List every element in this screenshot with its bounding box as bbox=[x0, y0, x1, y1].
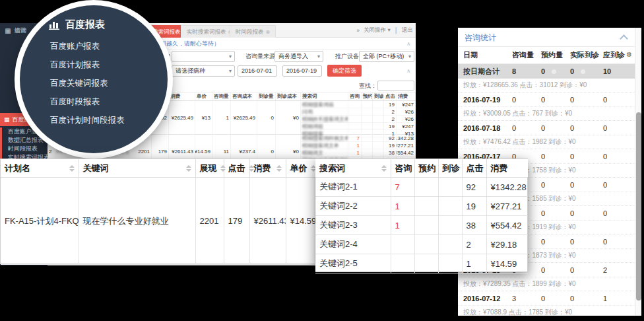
panel-title: 咨询统计 bbox=[465, 32, 496, 44]
sort-icon[interactable] bbox=[69, 165, 75, 172]
reserve-cell bbox=[414, 216, 438, 235]
actual-cell: 0 bbox=[570, 295, 603, 303]
reserve-cell bbox=[362, 116, 373, 122]
consult-source-select[interactable]: 商务通导入▾ bbox=[274, 51, 323, 62]
col-consult[interactable]: 咨询 bbox=[391, 159, 414, 178]
table-row[interactable]: 关键词2-3 1 38 ¥554.42 bbox=[315, 216, 528, 235]
col-clicks[interactable]: 点击 bbox=[224, 159, 249, 178]
device-select[interactable]: 全部 (PC+移动)▾ bbox=[359, 51, 414, 62]
table-row[interactable]: 关键词2-4 2 ¥29.18 bbox=[315, 235, 528, 254]
table-row[interactable]: 关键词2-1 7 92 ¥1342.28 bbox=[315, 178, 528, 197]
stats-date-row[interactable]: 2016-07-19 0 0 0 0 bbox=[458, 92, 635, 107]
impressions-cell: 2201 bbox=[195, 178, 224, 265]
zoom-table-plan: 计划名 关键词 展现 点击 消费 单价 FK-A15-计划4-FKQT 现在学什… bbox=[0, 159, 315, 264]
summary-actual: 0 bbox=[570, 67, 603, 75]
consult-cell bbox=[391, 254, 414, 273]
price-cell: ¥14.59 bbox=[286, 178, 316, 265]
col-cost[interactable]: 消费 bbox=[249, 159, 286, 178]
consult-cell: 1 bbox=[391, 197, 414, 216]
reserve-cell bbox=[362, 108, 373, 115]
col-cost[interactable]: 消费 bbox=[486, 159, 528, 178]
consult-cell: 7 bbox=[391, 178, 414, 197]
sidebar-subitem[interactable]: 时间段报表 bbox=[0, 145, 48, 153]
search-word-cell: 关键词2-4 bbox=[315, 235, 391, 254]
date-from-input[interactable]: 2016-07-01 bbox=[238, 65, 277, 77]
cost-cell: ¥2625.49 bbox=[169, 101, 195, 134]
sort-icon[interactable] bbox=[381, 165, 387, 172]
column-header: 咨询成本 bbox=[231, 92, 257, 100]
col-impressions[interactable]: 展现 bbox=[195, 159, 224, 178]
chevron-up-icon[interactable]: ∧ bbox=[406, 68, 410, 74]
click-cell: 19 bbox=[384, 123, 397, 129]
confirm-filter-button[interactable]: 确定筛选 bbox=[327, 65, 362, 77]
chevron-up-icon[interactable] bbox=[620, 34, 628, 43]
bubble-menu-header: 百度报表 bbox=[49, 18, 105, 31]
zoom-table-header: 计划名 关键词 展现 点击 消费 单价 bbox=[1, 159, 316, 178]
scrollbar-thumb[interactable] bbox=[636, 112, 641, 301]
summary-row[interactable]: 按日期合计 8 0 0 10 bbox=[458, 64, 635, 79]
tab-timerange-report[interactable]: 时间段报表⊗ bbox=[230, 25, 276, 38]
collapse-tabs-icon[interactable]: » bbox=[356, 27, 360, 34]
exit-button[interactable]: 退出 bbox=[402, 26, 413, 34]
sort-icon[interactable] bbox=[186, 165, 191, 172]
stats-date-row[interactable]: 2016-07-12 3 0 0 1 bbox=[458, 291, 635, 306]
caret-down-icon: ▾ bbox=[387, 26, 390, 33]
stats-date-row[interactable]: 2016-07-18 0 0 0 0 bbox=[458, 121, 635, 135]
cost-cell: ¥277.21 bbox=[397, 142, 416, 149]
word-cell: 模糊词组 bbox=[301, 123, 348, 129]
table-row[interactable]: 关键词2-2 1 19 ¥277.21 bbox=[315, 197, 528, 216]
search-word-row: 问询2¥26 bbox=[301, 108, 416, 116]
click-cell: 19 bbox=[384, 142, 397, 149]
gear-icon[interactable]: ⚙ bbox=[626, 51, 632, 58]
reserve-cell: 0 bbox=[541, 96, 570, 104]
caret-down-icon: ▾ bbox=[317, 52, 320, 61]
summary-expected: 10 bbox=[603, 67, 631, 75]
col-reserve[interactable]: 预约 bbox=[414, 159, 438, 178]
visit-cell bbox=[438, 235, 462, 254]
col-keyword[interactable]: 关键词 bbox=[79, 159, 195, 178]
reserve-cell: 0 bbox=[541, 209, 570, 217]
account-select[interactable]: ▾ bbox=[172, 51, 235, 62]
date-to-input[interactable]: 2016-07-19 bbox=[282, 65, 322, 77]
col-clicks[interactable]: 点击 bbox=[462, 159, 486, 178]
reserve-cell: 0 bbox=[541, 153, 570, 160]
visit_cost-cell: ¥0 bbox=[276, 101, 301, 134]
sort-icon[interactable] bbox=[276, 165, 282, 172]
column-header: 到诊量 bbox=[257, 92, 276, 100]
search-input[interactable] bbox=[377, 81, 414, 90]
reserve-cell bbox=[414, 254, 438, 273]
col-plan-name[interactable]: 计划名 bbox=[1, 159, 79, 178]
bubble-menu-item[interactable]: 百度时段报表 bbox=[50, 92, 125, 111]
click-cell: 2 bbox=[384, 108, 397, 115]
search-word-row: 模糊搜索词稿19¥247 bbox=[301, 101, 416, 108]
bubble-menu-item[interactable]: 百度账户报表 bbox=[50, 37, 125, 55]
date-cell: 2016-07-18 bbox=[463, 124, 512, 132]
consult-cell: 7 bbox=[348, 135, 362, 141]
col-date: 日期 bbox=[463, 50, 512, 60]
reserve-cell bbox=[414, 197, 438, 216]
sort-icon[interactable] bbox=[220, 165, 226, 172]
table-row[interactable]: 关键词2-5 1 ¥14.59 bbox=[315, 254, 528, 273]
consult-source-label: 咨询量来源 bbox=[245, 51, 275, 62]
sort-icon[interactable] bbox=[249, 165, 254, 172]
col-visit[interactable]: 到诊 bbox=[438, 159, 462, 178]
disease-select[interactable]: 请选择病种▾ bbox=[172, 65, 235, 77]
col-search-word[interactable]: 搜索词 bbox=[315, 159, 391, 178]
expected-cell: 0 bbox=[603, 124, 631, 132]
bubble-menu-item[interactable]: 百度计划时间段报表 bbox=[50, 111, 125, 129]
consult-cell bbox=[348, 108, 362, 115]
bubble-menu-item[interactable]: 百度计划报表 bbox=[50, 55, 125, 74]
bubble-menu-item[interactable]: 百度关键词报表 bbox=[50, 74, 125, 92]
close-tab-icon[interactable]: ⊗ bbox=[266, 29, 271, 35]
chevron-up-icon[interactable]: ∧ bbox=[406, 41, 410, 47]
col-price[interactable]: 单价 bbox=[286, 159, 316, 178]
stats-header-row: 日期 咨询量 预约量 实际到诊 应到诊 ⚙ bbox=[458, 47, 635, 64]
sidebar-subitem[interactable]: 数据汇总报表 bbox=[0, 136, 48, 145]
column-header: 预约 bbox=[362, 92, 373, 100]
close-operations-button[interactable]: 关闭操作 ▾ bbox=[364, 26, 391, 34]
column-header: 消费 bbox=[397, 92, 416, 100]
panel-scrollbar[interactable] bbox=[635, 28, 641, 316]
consult-cell: 1 bbox=[348, 149, 362, 156]
table-row[interactable]: FK-A15-计划4-FKQT 现在学什么专业好就业 2201 179 ¥261… bbox=[1, 178, 316, 265]
keyword-cell: 现在学什么专业好就业 bbox=[79, 178, 195, 265]
